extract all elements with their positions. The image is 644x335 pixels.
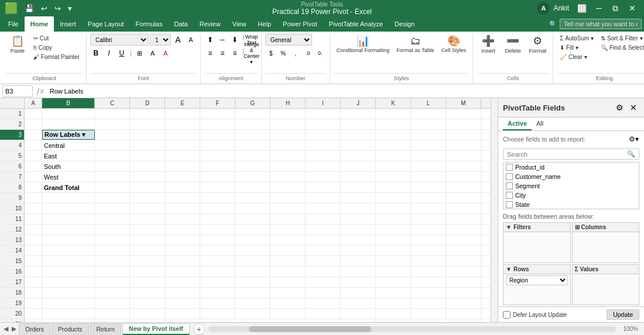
row-header-12[interactable]: 12	[0, 225, 25, 234]
scroll-bar-area[interactable]	[206, 326, 619, 332]
cell-l13[interactable]	[411, 235, 446, 245]
percent-button[interactable]: %	[278, 47, 289, 59]
cell-e17[interactable]	[165, 277, 200, 287]
cell-d16[interactable]	[130, 267, 165, 277]
cell-f21[interactable]	[200, 319, 235, 322]
ribbon-display-button[interactable]: ⬜	[575, 3, 589, 14]
autosum-button[interactable]: Σ AutoSum ▾	[557, 34, 597, 43]
cell-e14[interactable]	[165, 246, 200, 255]
cell-i13[interactable]	[306, 235, 341, 245]
cell-b14[interactable]	[42, 246, 95, 255]
cell-d5[interactable]	[130, 151, 165, 161]
cell-b8[interactable]: Grand Total	[42, 182, 95, 192]
fill-color-button[interactable]: A	[147, 47, 159, 59]
cell-k11[interactable]	[376, 214, 411, 224]
pivot-area-rows-content[interactable]: Region	[503, 274, 570, 305]
cell-e20[interactable]	[165, 309, 200, 319]
field-checkbox-customer-name[interactable]	[506, 173, 513, 180]
cell-n4[interactable]	[481, 140, 491, 150]
cell-e4[interactable]	[165, 140, 200, 150]
cell-d2[interactable]	[130, 119, 165, 129]
align-left-button[interactable]: ≡	[204, 47, 216, 59]
col-header-i[interactable]: I	[306, 98, 341, 108]
cell-i1[interactable]	[306, 109, 341, 119]
decimal-increase-button[interactable]: .0	[302, 47, 314, 59]
cell-a1[interactable]	[25, 109, 42, 119]
cell-e1[interactable]	[165, 109, 200, 119]
defer-layout-checkbox[interactable]	[503, 311, 511, 319]
row-header-17[interactable]: 17	[0, 277, 25, 287]
cell-l6[interactable]	[411, 161, 446, 171]
row-header-11[interactable]: 11	[0, 214, 25, 224]
cell-j2[interactable]	[341, 119, 376, 129]
cell-a7[interactable]	[25, 172, 42, 182]
row-header-4[interactable]: 4	[0, 140, 25, 150]
vertical-scrollbar[interactable]	[491, 98, 498, 322]
cell-l17[interactable]	[411, 277, 446, 287]
cell-l8[interactable]	[411, 182, 446, 192]
cell-c6[interactable]	[95, 161, 130, 171]
conditional-formatting-button[interactable]: 📊 Conditional Formatting	[334, 34, 393, 55]
col-header-j[interactable]: J	[341, 98, 376, 108]
cell-n14[interactable]	[481, 246, 491, 255]
cell-n10[interactable]	[481, 203, 491, 213]
cell-m2[interactable]	[446, 119, 481, 129]
cell-k3[interactable]	[376, 130, 411, 140]
list-item[interactable]: Customer_name	[503, 172, 639, 181]
cell-f19[interactable]	[200, 298, 235, 308]
user-avatar[interactable]: A	[537, 2, 550, 15]
cell-d4[interactable]	[130, 140, 165, 150]
pivot-tab-all[interactable]: All	[532, 118, 548, 130]
cell-m7[interactable]	[446, 172, 481, 182]
cell-m4[interactable]	[446, 140, 481, 150]
cell-g10[interactable]	[235, 203, 270, 213]
cell-i5[interactable]	[306, 151, 341, 161]
cell-i19[interactable]	[306, 298, 341, 308]
cell-a9[interactable]	[25, 193, 42, 203]
horizontal-scrollbar[interactable]	[208, 326, 616, 332]
cell-n3[interactable]	[481, 130, 491, 140]
align-top-button[interactable]: ⬆	[204, 34, 216, 46]
cell-h12[interactable]	[270, 225, 306, 234]
undo-qat-button[interactable]: ↩	[39, 3, 50, 14]
cell-a12[interactable]	[25, 225, 42, 234]
cell-b7[interactable]: West	[42, 172, 95, 182]
cell-e11[interactable]	[165, 214, 200, 224]
comma-button[interactable]: ,	[290, 47, 302, 59]
cell-c19[interactable]	[95, 298, 130, 308]
cell-b18[interactable]	[42, 288, 95, 298]
cell-b10[interactable]	[42, 203, 95, 213]
cell-m14[interactable]	[446, 246, 481, 255]
cell-k10[interactable]	[376, 203, 411, 213]
cell-n19[interactable]	[481, 298, 491, 308]
cell-j11[interactable]	[341, 214, 376, 224]
cell-c16[interactable]	[95, 267, 130, 277]
cell-d13[interactable]	[130, 235, 165, 245]
customize-qat-button[interactable]: ▾	[66, 3, 74, 14]
row-header-8[interactable]: 8	[0, 182, 25, 192]
decimal-decrease-button[interactable]: 0.	[314, 47, 326, 59]
cell-d15[interactable]	[130, 256, 165, 266]
cell-i3[interactable]	[306, 130, 341, 140]
sort-filter-button[interactable]: ⇅ Sort & Filter ▾	[598, 34, 644, 43]
row-header-15[interactable]: 15	[0, 256, 25, 266]
cell-e8[interactable]	[165, 182, 200, 192]
cell-m16[interactable]	[446, 267, 481, 277]
cell-b12[interactable]	[42, 225, 95, 234]
cell-d21[interactable]	[130, 319, 165, 322]
tab-pivottable-analyze[interactable]: PivotTable Analyze	[323, 16, 389, 32]
cell-h15[interactable]	[270, 256, 306, 266]
cell-a17[interactable]	[25, 277, 42, 287]
tab-review[interactable]: Review	[194, 16, 227, 32]
cell-l4[interactable]	[411, 140, 446, 150]
cell-c15[interactable]	[95, 256, 130, 266]
cell-f16[interactable]	[200, 267, 235, 277]
cell-l18[interactable]	[411, 288, 446, 298]
tab-design[interactable]: Design	[389, 16, 420, 32]
horizontal-scrollbar-thumb[interactable]	[249, 326, 371, 332]
align-middle-button[interactable]: ↔	[217, 34, 228, 46]
cell-i17[interactable]	[306, 277, 341, 287]
cell-i4[interactable]	[306, 140, 341, 150]
cell-j7[interactable]	[341, 172, 376, 182]
list-item[interactable]: Segment	[503, 181, 639, 191]
